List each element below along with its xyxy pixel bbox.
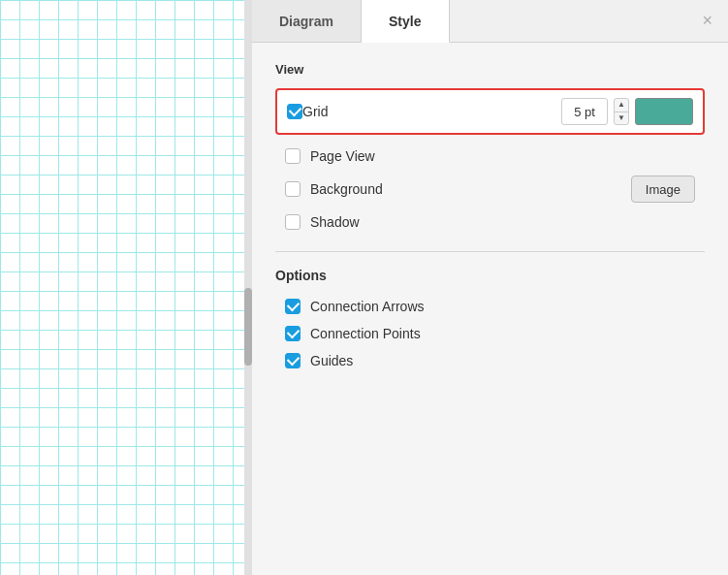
grid-size-group: ▲ ▼ [561,98,693,125]
background-label: Background [310,181,614,197]
grid-size-input[interactable] [561,98,608,125]
spinner-up[interactable]: ▲ [615,99,628,112]
right-panel: Diagram Style × View Grid ▲ ▼ [252,0,728,575]
spinner-down[interactable]: ▼ [615,112,628,125]
grid-label: Grid [302,104,561,119]
grid-checkbox[interactable] [287,104,302,119]
page-view-row: Page View [275,143,705,170]
grid-size-spinner: ▲ ▼ [614,98,629,125]
tab-style[interactable]: Style [362,0,449,43]
grid-color-swatch[interactable] [635,98,693,125]
connection-arrows-checkbox[interactable] [285,299,301,314]
guides-label: Guides [310,353,695,368]
panel-content: View Grid ▲ ▼ Page View [252,43,728,575]
image-button[interactable]: Image [631,176,695,203]
connection-points-row: Connection Points [275,320,705,347]
shadow-row: Shadow [275,208,705,236]
view-section-title: View [275,62,705,77]
guides-row: Guides [275,347,705,374]
connection-points-checkbox[interactable] [285,326,301,341]
tab-diagram[interactable]: Diagram [252,0,362,42]
connection-arrows-label: Connection Arrows [310,299,695,314]
grid-row-highlight: Grid ▲ ▼ [275,88,705,135]
page-view-label: Page View [310,148,695,164]
background-row: Background Image [275,170,705,208]
shadow-label: Shadow [310,214,695,230]
background-checkbox[interactable] [285,181,301,197]
close-button[interactable]: × [686,0,728,42]
section-divider [275,251,705,252]
canvas-panel [0,0,252,575]
grid-background [0,0,252,575]
canvas-scrollbar[interactable] [244,0,252,575]
connection-arrows-row: Connection Arrows [275,293,705,320]
connection-points-label: Connection Points [310,326,695,341]
tab-bar: Diagram Style × [252,0,728,43]
guides-checkbox[interactable] [285,353,301,368]
page-view-checkbox[interactable] [285,148,301,164]
options-section-title: Options [275,268,705,283]
scrollbar-thumb[interactable] [244,288,252,366]
shadow-checkbox[interactable] [285,214,301,230]
